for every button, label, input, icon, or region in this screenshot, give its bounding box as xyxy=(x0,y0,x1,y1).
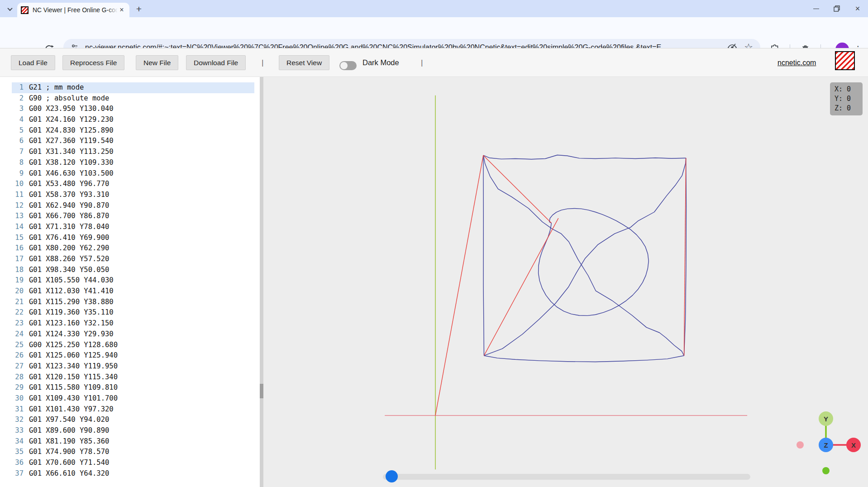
line-number: 20 xyxy=(0,286,24,297)
dark-mode-toggle[interactable] xyxy=(339,61,357,70)
code-line[interactable]: 32G01 X97.540 Y94.020 xyxy=(0,415,260,425)
code-line[interactable]: 9G01 X46.630 Y103.500 xyxy=(0,168,260,179)
code-text: G01 X31.340 Y113.250 xyxy=(29,147,114,158)
code-line[interactable]: 4G01 X24.160 Y129.230 xyxy=(0,115,260,125)
code-line[interactable]: 8G01 X38.120 Y109.330 xyxy=(0,158,260,168)
feed-path-bottom-edge xyxy=(484,356,684,362)
simulation-slider-track[interactable] xyxy=(383,474,750,480)
axis-gizmo[interactable]: Y X Z xyxy=(786,405,863,482)
code-line[interactable]: 7G01 X31.340 Y113.250 xyxy=(0,147,260,158)
tab-title: NC Viewer | Free Online G-code xyxy=(33,7,118,14)
code-text: G01 X62.940 Y90.870 xyxy=(29,201,109,211)
code-line[interactable]: 35G01 X74.900 Y78.570 xyxy=(0,447,260,458)
coord-x: X: 0 xyxy=(835,85,858,94)
code-line[interactable]: 11G01 X58.370 Y93.310 xyxy=(0,190,260,201)
code-text: G01 X24.160 Y129.230 xyxy=(29,115,114,125)
browser-tab[interactable]: NC Viewer | Free Online G-code × xyxy=(17,3,129,17)
code-text: G01 X71.310 Y78.040 xyxy=(29,222,109,233)
editor-scrollbar[interactable] xyxy=(260,77,263,487)
reset-view-button[interactable]: Reset View xyxy=(279,55,329,70)
code-text: G01 X58.370 Y93.310 xyxy=(29,190,109,201)
code-text: G00 X23.950 Y130.040 xyxy=(29,104,114,115)
feed-path-top-edge xyxy=(483,155,686,159)
code-line[interactable]: 31G01 X101.430 Y97.320 xyxy=(0,404,260,415)
code-line[interactable]: 29G01 X115.580 Y109.810 xyxy=(0,382,260,393)
code-line[interactable]: 12G01 X62.940 Y90.870 xyxy=(0,201,260,211)
line-number: 32 xyxy=(0,415,24,425)
window-restore-button[interactable] xyxy=(826,0,847,17)
code-line[interactable]: 3G00 X23.950 Y130.040 xyxy=(0,104,260,115)
rapid-path-origin-to-tl xyxy=(435,155,483,415)
code-line[interactable]: 13G01 X66.700 Y86.870 xyxy=(0,211,260,222)
line-number: 16 xyxy=(0,243,24,254)
line-number: 8 xyxy=(0,158,24,168)
code-line[interactable]: 15G01 X76.410 Y69.900 xyxy=(0,233,260,244)
code-line[interactable]: 26G01 X125.060 Y125.940 xyxy=(0,350,260,361)
code-line[interactable]: 30G01 X109.430 Y101.700 xyxy=(0,393,260,404)
minimize-icon xyxy=(813,9,819,9)
toolpath-viewer[interactable]: X: 0 Y: 0 Z: 0 Y X Z xyxy=(263,77,868,487)
ncnetic-logo-icon[interactable] xyxy=(835,51,855,70)
code-line[interactable]: 22G01 X119.360 Y35.110 xyxy=(0,307,260,318)
code-text: G01 X70.600 Y71.540 xyxy=(29,458,109,468)
download-file-button[interactable]: Download File xyxy=(186,55,246,70)
code-line[interactable]: 36G01 X70.600 Y71.540 xyxy=(0,458,260,468)
code-line[interactable]: 23G01 X123.160 Y32.150 xyxy=(0,318,260,329)
code-line[interactable]: 37G01 X66.610 Y64.320 xyxy=(0,468,260,479)
code-text: G01 X125.060 Y125.940 xyxy=(29,350,118,361)
tab-close-icon[interactable]: × xyxy=(118,6,126,14)
ncnetic-favicon-icon xyxy=(21,6,29,14)
code-text: G01 X101.430 Y97.320 xyxy=(29,404,114,415)
code-text: G01 X98.340 Y50.050 xyxy=(29,265,109,276)
new-tab-button[interactable]: + xyxy=(133,3,145,15)
code-line[interactable]: 16G01 X80.200 Y62.290 xyxy=(0,243,260,254)
ncnetic-link[interactable]: ncnetic.com xyxy=(777,55,816,70)
gizmo-neg-y-ball[interactable] xyxy=(822,467,830,474)
coordinate-overlay: X: 0 Y: 0 Z: 0 xyxy=(830,82,863,115)
code-line[interactable]: 33G01 X89.600 Y90.890 xyxy=(0,425,260,436)
tab-search-button[interactable] xyxy=(5,4,15,14)
window-minimize-button[interactable] xyxy=(806,0,826,17)
code-text: G90 ; absolute mode xyxy=(29,93,109,104)
new-file-button[interactable]: New File xyxy=(136,55,178,70)
code-line[interactable]: 5G01 X24.830 Y125.890 xyxy=(0,125,260,136)
code-line[interactable]: 17G01 X88.260 Y57.520 xyxy=(0,254,260,265)
code-line[interactable]: 1G21 ; mm mode xyxy=(0,82,260,93)
tab-title-fade xyxy=(108,7,118,14)
app-toolbar: Load File Reprocess File New File Downlo… xyxy=(0,48,868,77)
code-line[interactable]: 27G01 X123.340 Y119.950 xyxy=(0,361,260,372)
code-line[interactable]: 18G01 X98.340 Y50.050 xyxy=(0,265,260,276)
window-close-button[interactable]: × xyxy=(847,0,868,17)
browser-navbar: ← → nc-viewer.ncnetic.com/#:~:text=NC%20… xyxy=(0,17,868,48)
code-text: G01 X24.830 Y125.890 xyxy=(29,125,114,136)
code-line[interactable]: 21G01 X115.290 Y38.880 xyxy=(0,297,260,308)
toggle-knob xyxy=(340,62,348,69)
code-text: G01 X112.030 Y41.410 xyxy=(29,286,114,297)
reprocess-file-button[interactable]: Reprocess File xyxy=(62,55,124,70)
code-line[interactable]: 10G01 X53.480 Y96.770 xyxy=(0,179,260,190)
editor-scrollbar-thumb[interactable] xyxy=(260,384,263,398)
code-line[interactable]: 34G01 X81.190 Y85.360 xyxy=(0,436,260,447)
code-line[interactable]: 19G01 X105.550 Y44.030 xyxy=(0,275,260,286)
code-line[interactable]: 6G01 X27.360 Y119.540 xyxy=(0,136,260,147)
line-number: 14 xyxy=(0,222,24,233)
gizmo-neg-x-ball[interactable] xyxy=(796,441,804,449)
gcode-editor[interactable]: 1G21 ; mm mode2G90 ; absolute mode3G00 X… xyxy=(0,77,260,487)
code-line[interactable]: 24G01 X124.330 Y29.930 xyxy=(0,329,260,340)
line-number: 11 xyxy=(0,190,24,201)
code-line[interactable]: 28G01 X120.150 Y115.340 xyxy=(0,372,260,383)
chevron-down-icon xyxy=(7,6,12,11)
line-number: 35 xyxy=(0,447,24,458)
line-number: 21 xyxy=(0,297,24,308)
simulation-slider-thumb[interactable] xyxy=(386,470,398,482)
code-line[interactable]: 2G90 ; absolute mode xyxy=(0,93,260,104)
load-file-button[interactable]: Load File xyxy=(11,55,55,70)
code-text: G01 X109.430 Y101.700 xyxy=(29,393,118,404)
code-line[interactable]: 14G01 X71.310 Y78.040 xyxy=(0,222,260,233)
code-text: G01 X105.550 Y44.030 xyxy=(29,275,114,286)
code-line[interactable]: 20G01 X112.030 Y41.410 xyxy=(0,286,260,297)
toolpath-canvas[interactable] xyxy=(263,77,868,487)
code-text: G21 ; mm mode xyxy=(29,82,84,93)
code-line[interactable]: 25G00 X125.250 Y128.680 xyxy=(0,340,260,351)
coord-z: Z: 0 xyxy=(835,104,858,113)
